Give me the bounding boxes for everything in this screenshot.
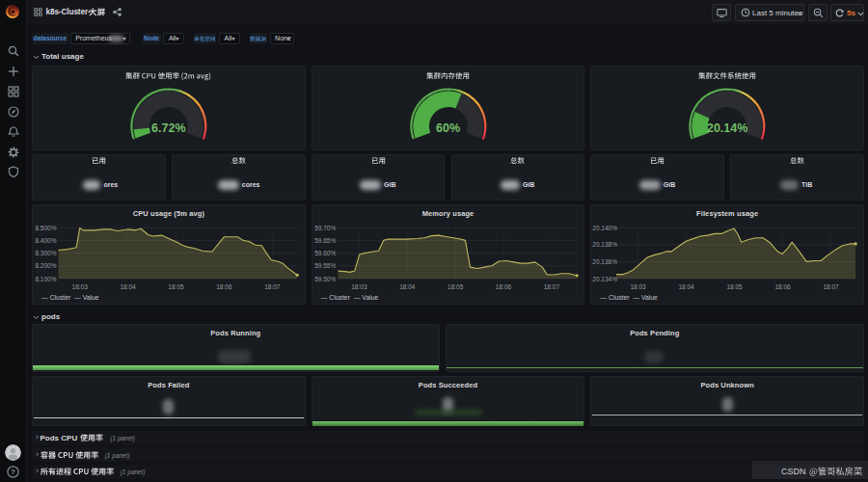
svg-text:?: ? — [11, 468, 15, 476]
